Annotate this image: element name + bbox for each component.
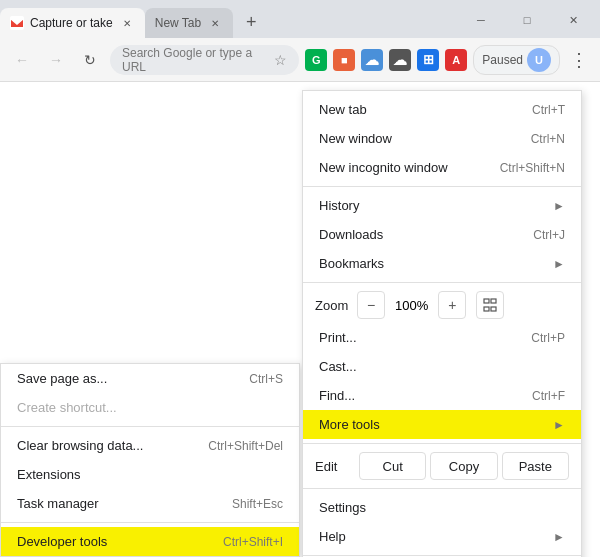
print-shortcut: Ctrl+P — [531, 331, 565, 345]
left-context-menu: Save page as... Ctrl+S Create shortcut..… — [0, 363, 300, 557]
divider-r5 — [303, 555, 581, 556]
divider-r1 — [303, 186, 581, 187]
downloads-label: Downloads — [319, 227, 383, 242]
history-label: History — [319, 198, 359, 213]
zoom-row: Zoom − 100% + — [303, 287, 581, 323]
developer-tools-shortcut: Ctrl+Shift+I — [223, 535, 283, 549]
user-avatar[interactable]: U — [527, 48, 551, 72]
extensions-label: Extensions — [17, 467, 81, 482]
menu-save-page[interactable]: Save page as... Ctrl+S — [1, 364, 299, 393]
extension-cloud2[interactable]: ☁ — [389, 49, 411, 71]
divider-r4 — [303, 488, 581, 489]
history-arrow-icon: ► — [553, 199, 565, 213]
menu-print[interactable]: Print... Ctrl+P — [303, 323, 581, 352]
menu-task-manager[interactable]: Task manager Shift+Esc — [1, 489, 299, 518]
back-button[interactable]: ← — [8, 46, 36, 74]
new-window-shortcut: Ctrl+N — [531, 132, 565, 146]
task-manager-label: Task manager — [17, 496, 99, 511]
downloads-shortcut: Ctrl+J — [533, 228, 565, 242]
window-controls: ─ □ ✕ — [458, 6, 600, 34]
address-bar[interactable]: Search Google or type a URL ☆ — [110, 45, 299, 75]
maximize-button[interactable]: □ — [504, 6, 550, 34]
zoom-label: Zoom — [315, 298, 355, 313]
new-incognito-label: New incognito window — [319, 160, 448, 175]
menu-developer-tools[interactable]: Developer tools Ctrl+Shift+I — [1, 527, 299, 556]
right-dropdown-menu: New tab Ctrl+T New window Ctrl+N New inc… — [302, 90, 582, 557]
cut-button[interactable]: Cut — [359, 452, 426, 480]
menu-settings[interactable]: Settings — [303, 493, 581, 522]
menu-help[interactable]: Help ► — [303, 522, 581, 551]
paused-badge: Paused U — [473, 45, 560, 75]
menu-create-shortcut[interactable]: Create shortcut... — [1, 393, 299, 422]
forward-button[interactable]: → — [42, 46, 70, 74]
zoom-out-button[interactable]: − — [357, 291, 385, 319]
more-tools-arrow-icon: ► — [553, 418, 565, 432]
address-text: Search Google or type a URL — [122, 46, 268, 74]
menu-bookmarks[interactable]: Bookmarks ► — [303, 249, 581, 278]
minimize-button[interactable]: ─ — [458, 6, 504, 34]
edit-label: Edit — [315, 459, 355, 474]
help-label: Help — [319, 529, 346, 544]
new-tab-label: New tab — [319, 102, 367, 117]
extension-reeder[interactable]: ■ — [333, 49, 355, 71]
zoom-fullscreen-button[interactable] — [476, 291, 504, 319]
menu-button[interactable]: ⋮ — [566, 45, 592, 75]
more-tools-label: More tools — [319, 417, 380, 432]
cast-label: Cast... — [319, 359, 357, 374]
save-page-label: Save page as... — [17, 371, 107, 386]
help-arrow-icon: ► — [553, 530, 565, 544]
menu-clear-browsing[interactable]: Clear browsing data... Ctrl+Shift+Del — [1, 431, 299, 460]
paused-label: Paused — [482, 53, 523, 67]
new-incognito-shortcut: Ctrl+Shift+N — [500, 161, 565, 175]
svg-rect-1 — [484, 299, 489, 303]
menu-more-tools[interactable]: More tools ► — [303, 410, 581, 439]
tab1-close[interactable]: ✕ — [119, 15, 135, 31]
find-label: Find... — [319, 388, 355, 403]
tab2-close[interactable]: ✕ — [207, 15, 223, 31]
toolbar: ← → ↻ Search Google or type a URL ☆ G ■ … — [0, 38, 600, 82]
find-shortcut: Ctrl+F — [532, 389, 565, 403]
menu-downloads[interactable]: Downloads Ctrl+J — [303, 220, 581, 249]
menu-new-incognito[interactable]: New incognito window Ctrl+Shift+N — [303, 153, 581, 182]
tab2-title: New Tab — [155, 16, 201, 30]
new-tab-button[interactable]: + — [237, 8, 265, 36]
menu-find[interactable]: Find... Ctrl+F — [303, 381, 581, 410]
tab-capture[interactable]: Capture or take ✕ — [0, 8, 145, 38]
extension-grammarly[interactable]: G — [305, 49, 327, 71]
extension-cloud[interactable]: ☁ — [361, 49, 383, 71]
tab-favicon-gmail — [10, 16, 24, 30]
new-window-label: New window — [319, 131, 392, 146]
extension-bookmark[interactable]: ⊞ — [417, 49, 439, 71]
menu-cast[interactable]: Cast... — [303, 352, 581, 381]
content-area: Save page as... Ctrl+S Create shortcut..… — [0, 82, 600, 557]
extension-acrobat[interactable]: A — [445, 49, 467, 71]
save-page-shortcut: Ctrl+S — [249, 372, 283, 386]
tab-newtab[interactable]: New Tab ✕ — [145, 8, 233, 38]
create-shortcut-label: Create shortcut... — [17, 400, 117, 415]
divider-r3 — [303, 443, 581, 444]
close-button[interactable]: ✕ — [550, 6, 596, 34]
tab-bar: Capture or take ✕ New Tab ✕ + ─ □ ✕ — [0, 0, 600, 38]
bookmarks-arrow-icon: ► — [553, 257, 565, 271]
edit-row: Edit Cut Copy Paste — [303, 448, 581, 484]
zoom-in-button[interactable]: + — [438, 291, 466, 319]
menu-new-tab[interactable]: New tab Ctrl+T — [303, 95, 581, 124]
divider1 — [1, 426, 299, 427]
bookmark-star-icon[interactable]: ☆ — [274, 52, 287, 68]
menu-extensions[interactable]: Extensions — [1, 460, 299, 489]
menu-new-window[interactable]: New window Ctrl+N — [303, 124, 581, 153]
svg-rect-3 — [484, 307, 489, 311]
bookmarks-label: Bookmarks — [319, 256, 384, 271]
menu-history[interactable]: History ► — [303, 191, 581, 220]
clear-browsing-shortcut: Ctrl+Shift+Del — [208, 439, 283, 453]
print-label: Print... — [319, 330, 357, 345]
copy-button[interactable]: Copy — [430, 452, 497, 480]
task-manager-shortcut: Shift+Esc — [232, 497, 283, 511]
reload-button[interactable]: ↻ — [76, 46, 104, 74]
browser-frame: Capture or take ✕ New Tab ✕ + ─ □ ✕ ← → … — [0, 0, 600, 557]
paste-button[interactable]: Paste — [502, 452, 569, 480]
divider-r2 — [303, 282, 581, 283]
settings-label: Settings — [319, 500, 366, 515]
new-tab-shortcut: Ctrl+T — [532, 103, 565, 117]
zoom-value: 100% — [387, 298, 436, 313]
